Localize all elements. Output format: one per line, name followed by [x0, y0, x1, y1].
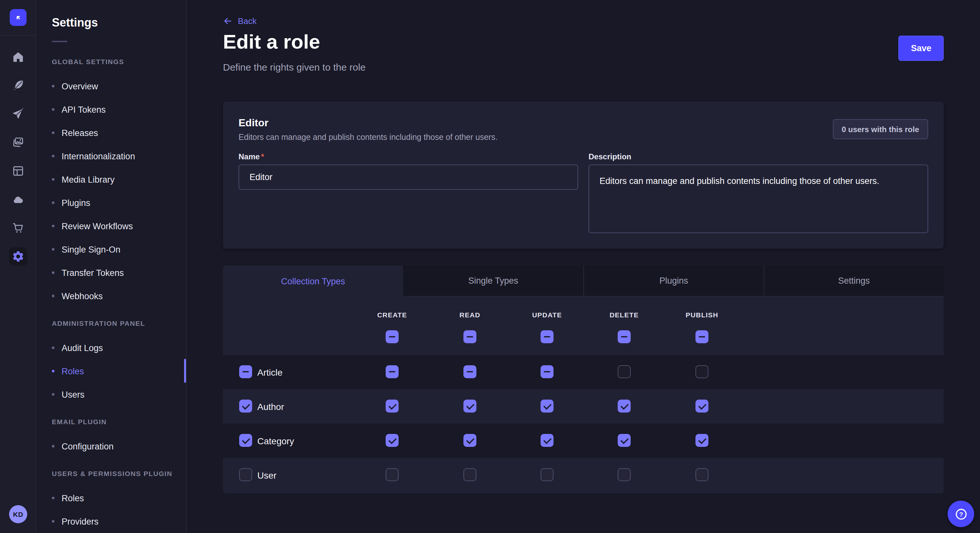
media-library-icon	[12, 136, 25, 149]
rail-item-home[interactable]	[0, 43, 36, 71]
author-delete-checkbox[interactable]	[618, 400, 631, 412]
sidebar-item-label: Internationalization	[62, 151, 135, 161]
author-publish-checkbox[interactable]	[695, 400, 708, 412]
tab-settings[interactable]: Settings	[764, 265, 944, 297]
bullet-icon	[52, 393, 54, 396]
category-update-checkbox[interactable]	[541, 434, 554, 447]
avatar[interactable]: KD	[9, 505, 27, 523]
sidebar-item-configuration[interactable]: Configuration	[36, 435, 186, 458]
sidebar-section: GLOBAL SETTINGSOverviewAPI TokensRelease…	[36, 58, 186, 308]
article-delete-checkbox[interactable]	[618, 365, 631, 378]
select-all-read-wrapper	[463, 330, 476, 346]
category-create-checkbox[interactable]	[386, 434, 399, 447]
sidebar-item-media-library[interactable]: Media Library	[36, 168, 186, 191]
sidebar-item-releases[interactable]: Releases	[36, 121, 186, 144]
select-all-update-checkbox[interactable]	[541, 330, 554, 343]
sidebar-item-webhooks[interactable]: Webhooks	[36, 284, 186, 308]
select-all-delete-checkbox[interactable]	[618, 330, 631, 343]
author-create-checkbox[interactable]	[386, 400, 399, 412]
sidebar-item-review-workflows[interactable]: Review Workflows	[36, 214, 186, 238]
sidebar-item-label: Releases	[62, 128, 98, 138]
bullet-icon	[52, 108, 54, 111]
sidebar-title: Settings	[36, 0, 186, 30]
bullet-icon	[52, 445, 54, 447]
rail-item-feather[interactable]	[0, 71, 36, 100]
sidebar-section: EMAIL PLUGINConfiguration	[36, 418, 186, 458]
select-all-create-checkbox[interactable]	[386, 330, 399, 343]
tab-label: Settings	[838, 276, 870, 286]
description-textarea[interactable]: Editors can manage and publish contents …	[589, 165, 928, 233]
main-content: Back Edit a role Define the rights given…	[187, 0, 980, 533]
sidebar-item-label: Roles	[62, 493, 84, 503]
help-icon: ?	[954, 507, 968, 521]
rail-item-cart[interactable]	[0, 214, 36, 242]
rail-item-paper-plane[interactable]	[0, 100, 36, 128]
author-update-checkbox[interactable]	[541, 400, 554, 412]
help-button[interactable]: ?	[948, 501, 974, 527]
sidebar-item-transfer-tokens[interactable]: Transfer Tokens	[36, 261, 186, 284]
select-all-update-wrapper	[541, 330, 554, 346]
rail-item-settings-gear[interactable]	[0, 242, 36, 271]
sidebar-item-label: Webhooks	[62, 291, 103, 301]
bullet-icon	[52, 520, 54, 523]
save-button[interactable]: Save	[899, 36, 944, 61]
sidebar-item-providers[interactable]: Providers	[36, 510, 186, 533]
rail-item-layout[interactable]	[0, 157, 36, 185]
author-row-checkbox[interactable]	[239, 400, 252, 412]
sidebar-item-overview[interactable]: Overview	[36, 75, 186, 98]
sidebar-item-roles[interactable]: Roles	[36, 359, 186, 383]
category-row-checkbox[interactable]	[239, 434, 252, 447]
user-create-checkbox[interactable]	[386, 468, 399, 481]
rail-item-media-library[interactable]	[0, 128, 36, 157]
permission-row-category: Category	[223, 424, 944, 458]
article-create-checkbox[interactable]	[386, 365, 399, 378]
bullet-icon	[52, 201, 54, 204]
sidebar-item-label: Media Library	[62, 174, 115, 184]
category-delete-checkbox[interactable]	[618, 434, 631, 447]
user-delete-checkbox[interactable]	[618, 468, 631, 481]
strapi-logo[interactable]	[10, 9, 27, 26]
bullet-icon	[52, 225, 54, 227]
page-title: Edit a role	[223, 29, 320, 56]
bullet-icon	[52, 132, 54, 134]
sidebar-section-heading: GLOBAL SETTINGS	[36, 58, 186, 67]
sidebar-item-users[interactable]: Users	[36, 383, 186, 406]
select-all-read-checkbox[interactable]	[463, 330, 476, 343]
sidebar-item-single-sign-on[interactable]: Single Sign-On	[36, 238, 186, 261]
user-publish-checkbox[interactable]	[695, 468, 708, 481]
article-publish-checkbox[interactable]	[695, 365, 708, 378]
category-publish-checkbox[interactable]	[695, 434, 708, 447]
sidebar-item-internationalization[interactable]: Internationalization	[36, 144, 186, 168]
users-with-role-badge[interactable]: 0 users with this role	[832, 119, 928, 139]
sidebar-item-plugins[interactable]: Plugins	[36, 191, 186, 214]
rail-item-cloud[interactable]	[0, 185, 36, 214]
article-row-checkbox[interactable]	[239, 365, 252, 378]
select-all-publish-wrapper	[695, 330, 708, 346]
svg-text:?: ?	[959, 511, 963, 517]
sidebar-item-label: Overview	[62, 81, 98, 91]
select-all-publish-checkbox[interactable]	[695, 330, 708, 343]
sidebar-item-roles[interactable]: Roles	[36, 486, 186, 510]
article-update-checkbox[interactable]	[541, 365, 554, 378]
back-link[interactable]: Back	[223, 16, 257, 26]
column-header-create: CREATE	[377, 311, 407, 319]
back-label: Back	[238, 16, 257, 26]
sidebar-item-label: Transfer Tokens	[62, 268, 124, 278]
sidebar-item-audit-logs[interactable]: Audit Logs	[36, 336, 186, 359]
icon-rail-nav	[0, 43, 36, 271]
cart-icon	[12, 222, 25, 235]
author-read-checkbox[interactable]	[463, 400, 476, 412]
select-all-delete-wrapper	[618, 330, 631, 346]
user-update-checkbox[interactable]	[541, 468, 554, 481]
strapi-logo-glyph	[13, 12, 23, 23]
category-read-checkbox[interactable]	[463, 434, 476, 447]
user-row-checkbox[interactable]	[239, 468, 252, 481]
sidebar-item-label: Users	[62, 390, 84, 399]
tab-plugins[interactable]: Plugins	[583, 265, 764, 297]
sidebar-item-api-tokens[interactable]: API Tokens	[36, 98, 186, 121]
name-input[interactable]	[239, 165, 578, 190]
article-read-checkbox[interactable]	[463, 365, 476, 378]
tab-single-types[interactable]: Single Types	[403, 265, 583, 297]
tab-collection-types[interactable]: Collection Types	[223, 265, 403, 297]
user-read-checkbox[interactable]	[463, 468, 476, 481]
